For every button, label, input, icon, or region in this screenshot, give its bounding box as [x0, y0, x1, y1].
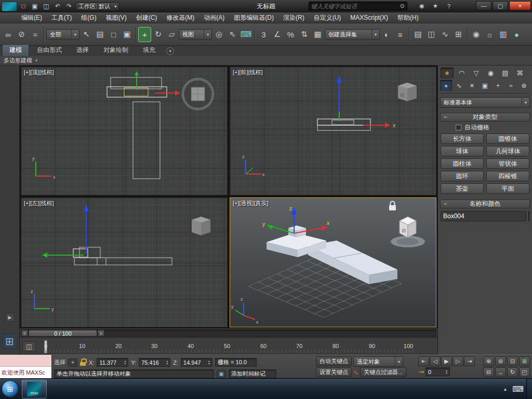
named-selection-set-dropdown[interactable]: 创建选择集 ▾: [325, 29, 380, 39]
keyboard-shortcut-override-icon[interactable]: ⌨: [240, 27, 252, 42]
move-gizmo[interactable]: x: [337, 75, 395, 128]
zoom-icon[interactable]: ⊕: [483, 356, 494, 366]
render-production-icon[interactable]: ●: [510, 27, 523, 42]
new-scene-icon[interactable]: □: [18, 2, 29, 11]
add-time-tag[interactable]: 添加时间标记: [229, 369, 276, 378]
name-and-color-rollout[interactable]: − 名称和颜色: [440, 200, 530, 208]
listener-output[interactable]: 欢迎使用 MAXSc: [0, 367, 51, 379]
sphere-button[interactable]: 球体: [441, 146, 484, 156]
snap-toggle-3d-icon[interactable]: 3: [257, 27, 270, 42]
teapot-button[interactable]: 茶壶: [441, 183, 484, 194]
create-tab-icon[interactable]: ∗: [441, 68, 454, 78]
unlink-selection-icon[interactable]: ⊘: [15, 27, 28, 42]
zoom-all-icon[interactable]: ⊚: [495, 356, 506, 366]
helpers-category-icon[interactable]: +: [492, 80, 504, 91]
object-color-swatch[interactable]: [528, 211, 529, 221]
track-bar[interactable]: ◫ 0 10 20 30 40 50 60 70 80 90 100: [20, 339, 437, 354]
align-icon[interactable]: ≡: [394, 27, 407, 42]
object-type-rollout[interactable]: − 对象类型: [440, 113, 530, 122]
3dsmax-logo[interactable]: [2, 2, 17, 11]
input-language-icon[interactable]: ⌨: [512, 384, 524, 394]
search-input[interactable]: [311, 3, 398, 9]
left-panel-expand-arrow[interactable]: ▶: [5, 313, 15, 322]
menu-graph-editors[interactable]: 图形编辑器(D): [229, 12, 278, 23]
menu-rendering[interactable]: 渲染(R): [278, 12, 309, 23]
viewport-front[interactable]: x 前 x z [+][前][线框]: [230, 66, 436, 195]
set-key-button[interactable]: 设置关键点: [316, 367, 352, 377]
bind-to-space-warp-icon[interactable]: ≈: [29, 27, 42, 42]
box-button[interactable]: 长方体: [441, 134, 484, 144]
pyramid-button[interactable]: 四棱锥: [486, 171, 529, 181]
menu-animation[interactable]: 动画(A): [199, 12, 229, 23]
undo-icon[interactable]: ↶: [52, 2, 63, 11]
window-crossing-icon[interactable]: ▣: [121, 27, 134, 42]
polygon-modeling-panel-label[interactable]: 多边形建模: [4, 57, 32, 64]
open-file-icon[interactable]: ▣: [30, 2, 40, 11]
adaptive-degradation-icon[interactable]: ▣: [217, 370, 226, 378]
lights-category-icon[interactable]: ☀: [466, 80, 478, 91]
zoom-extents-all-icon[interactable]: ⊞: [519, 356, 530, 366]
render-setup-icon[interactable]: ☼: [483, 27, 496, 42]
ribbon-minimize-icon[interactable]: ▾: [166, 47, 174, 55]
display-tab-icon[interactable]: ▤: [499, 68, 512, 78]
material-editor-icon[interactable]: ◉: [470, 27, 483, 42]
menu-tools[interactable]: 工具(T): [47, 12, 76, 23]
select-object-icon[interactable]: ↖: [80, 27, 93, 42]
selection-lock-icon[interactable]: [80, 358, 86, 366]
taskbar-3dsmax-button[interactable]: max: [22, 380, 47, 398]
maximize-viewport-toggle-icon[interactable]: ◰: [519, 367, 530, 377]
viewport-front-label[interactable]: [+][前][线框]: [233, 69, 263, 76]
angle-snap-icon[interactable]: ∠: [271, 27, 284, 42]
x-coord-field[interactable]: [99, 360, 124, 366]
menu-maxscript[interactable]: MAXScript(X): [345, 12, 393, 23]
infocenter-search[interactable]: ⊙: [309, 2, 407, 10]
spinner-down-icon[interactable]: ▾: [446, 372, 447, 375]
torus-button[interactable]: 圆环: [441, 171, 484, 181]
geosphere-button[interactable]: 几何球体: [486, 146, 529, 156]
viewport-top-label[interactable]: [+][顶][线框]: [24, 69, 54, 76]
orbit-icon[interactable]: ↻: [507, 367, 518, 377]
ribbon-tab-freeform[interactable]: 自由形式: [30, 45, 69, 56]
go-to-start-button[interactable]: ⇤: [418, 356, 429, 366]
cylinder-button[interactable]: 圆柱体: [441, 158, 484, 169]
zoom-region-icon[interactable]: ⊟: [483, 367, 494, 377]
key-mode-toggle-icon[interactable]: ⊸: [418, 368, 424, 376]
viewcube[interactable]: 前: [391, 217, 425, 247]
start-button[interactable]: ⊞: [2, 380, 19, 397]
maximize-button[interactable]: ▢: [493, 1, 508, 10]
close-button[interactable]: ×: [509, 1, 531, 10]
time-step-forward-button[interactable]: >: [98, 330, 104, 337]
primitive-category-dropdown[interactable]: 标准基本体 ▾: [440, 97, 530, 108]
search-icon[interactable]: ⊙: [400, 3, 405, 9]
viewport-left[interactable]: y z [+][左][线框]: [21, 197, 228, 327]
reference-coordinate-dropdown[interactable]: 视图 ▾: [179, 29, 212, 39]
next-frame-button[interactable]: ▷: [453, 356, 463, 366]
menu-create[interactable]: 创建(C): [131, 12, 162, 23]
ribbon-tab-selection[interactable]: 选择: [70, 45, 96, 56]
modify-tab-icon[interactable]: ◠: [455, 68, 468, 78]
curve-editor-icon[interactable]: ∿: [438, 27, 451, 42]
selection-filter-dropdown[interactable]: 全部 ▾: [46, 29, 79, 39]
box-objects[interactable]: [267, 225, 397, 284]
viewport-perspective-label[interactable]: [+][透视][真实]: [233, 200, 269, 207]
select-and-rotate-icon[interactable]: ↻: [152, 27, 165, 42]
maxscript-mini-listener[interactable]: 欢迎使用 MAXSc: [0, 355, 52, 379]
utilities-tab-icon[interactable]: ⌘: [513, 68, 526, 78]
select-and-scale-icon[interactable]: ▱: [165, 27, 178, 42]
cone-button[interactable]: 圆锥体: [486, 134, 529, 144]
isolate-selection-icon[interactable]: +: [68, 358, 77, 367]
menu-customize[interactable]: 自定义(U): [309, 12, 346, 23]
workspace-dropdown[interactable]: 工作区: 默认 ▾: [75, 2, 119, 11]
key-filters-button[interactable]: 关键点过滤器...: [360, 367, 406, 377]
autogrid-checkbox[interactable]: [456, 125, 461, 130]
cameras-category-icon[interactable]: ▣: [479, 80, 491, 91]
move-gizmo[interactable]: [135, 71, 180, 96]
y-coord-field[interactable]: [141, 360, 166, 366]
geometry-category-icon[interactable]: ●: [440, 80, 452, 91]
go-to-end-button[interactable]: ⇥: [464, 356, 475, 366]
redo-icon[interactable]: ↷: [64, 2, 74, 11]
move-gizmo[interactable]: [42, 204, 89, 258]
rectangular-selection-region-icon[interactable]: □: [107, 27, 120, 42]
menu-group[interactable]: 组(G): [76, 12, 101, 23]
systems-category-icon[interactable]: ⊛: [518, 80, 530, 91]
